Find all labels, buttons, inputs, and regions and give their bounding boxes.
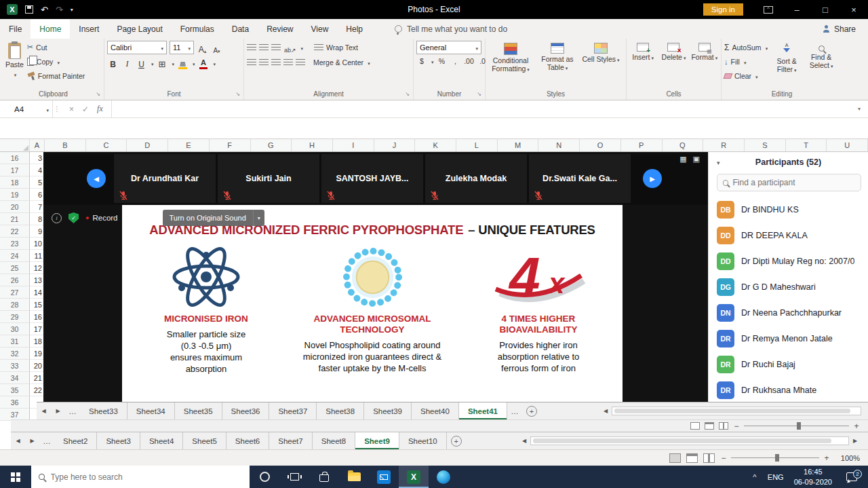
sheet-tab[interactable]: Sheet8 [313,432,355,449]
tab-formulas[interactable]: Formulas [172,19,223,39]
row-header[interactable]: 27 [0,286,30,299]
page-break-view-icon[interactable] [719,422,728,430]
row-header[interactable]: 26 [0,274,30,286]
decrease-font-size-button[interactable] [211,41,222,54]
previous-participants-button[interactable]: ◀ [87,169,106,188]
column-header[interactable]: E [168,139,210,151]
fill-button[interactable]: Fill [724,55,768,68]
sheet-tab[interactable]: Sheet7 [269,432,312,449]
row-header[interactable]: 35 [0,384,30,396]
autosum-button[interactable]: ΣAutoSum [724,41,768,54]
task-view-button[interactable] [279,466,309,488]
align-right-button[interactable] [271,59,281,66]
tab-home[interactable]: Home [31,19,70,39]
row-header[interactable]: 34 [0,372,30,384]
row-header[interactable]: 24 [0,250,30,262]
grid-cell[interactable]: 8 [30,213,45,225]
page-layout-view-icon[interactable] [705,422,714,430]
tell-me-box[interactable]: Tell me what you want to do [395,19,507,39]
tab-page-layout[interactable]: Page Layout [108,19,171,39]
row-header[interactable]: 21 [0,213,30,225]
column-header[interactable]: G [251,139,292,151]
insert-function-button[interactable]: fx [97,104,103,114]
align-left-button[interactable] [247,59,256,66]
scroll-left-icon[interactable]: ◀ [518,438,530,444]
formula-bar-handle[interactable] [53,100,61,117]
zoom-in-button[interactable]: + [853,421,860,431]
column-header[interactable]: O [580,139,621,151]
paste-button[interactable]: Paste [5,41,24,88]
excel-logo-icon[interactable]: X [7,4,18,15]
sheet-tab[interactable]: Sheet6 [226,432,269,449]
wrap-text-button[interactable]: Wrap Text [326,41,358,54]
sign-in-button[interactable]: Sign in [703,3,743,16]
italic-button[interactable] [121,56,133,69]
grid-cell[interactable]: 22 [30,384,45,396]
cell-styles-button[interactable]: Cell Styles [582,41,620,88]
grid-cell[interactable]: 14 [30,286,45,299]
tab-file[interactable]: File [0,19,31,39]
cortana-button[interactable] [250,466,279,488]
column-header[interactable]: U [827,139,868,151]
sheet-tab-active[interactable]: Sheet9 [355,432,399,449]
column-header[interactable]: R [703,139,745,151]
zoom-level[interactable]: 100% [835,454,860,462]
tab-data[interactable]: Data [223,19,258,39]
grid-cell[interactable]: 18 [30,335,45,348]
security-shield-icon[interactable]: ✓ [68,212,79,223]
font-size-select[interactable]: 11 [170,41,194,54]
decrease-indent-button[interactable] [283,59,293,66]
column-header[interactable]: D [127,139,168,151]
redo-button[interactable]: ↷ [56,5,63,14]
grid-cell[interactable]: 19 [30,348,45,360]
font-color-button[interactable]: A [199,59,208,69]
grid-cell[interactable]: 20 [30,360,45,372]
row-header[interactable]: 28 [0,299,30,311]
sheet-tab-active[interactable]: Sheet41 [459,402,507,419]
format-cells-button[interactable]: Format [691,41,718,88]
grid-cell[interactable]: 11 [30,250,45,262]
grid-cell[interactable]: 9 [30,225,45,238]
row-header[interactable]: 29 [0,311,30,323]
file-explorer-button[interactable] [339,466,369,488]
normal-view-icon[interactable] [690,422,700,430]
sheet-tab[interactable]: Sheet38 [317,402,364,419]
formula-input[interactable] [111,100,850,117]
zoom-in-button[interactable]: + [823,453,830,463]
conditional-formatting-button[interactable]: Conditional Formatting [488,41,533,88]
customize-qat-icon[interactable]: ▾ [71,7,73,13]
participant-row[interactable]: DRDr Rukhsana Mhate [709,377,868,402]
zoom-out-button[interactable]: − [720,453,727,463]
sheet-tab[interactable]: Sheet34 [127,402,175,419]
edge-button[interactable] [429,466,458,488]
bold-button[interactable] [107,56,119,69]
sort-filter-button[interactable]: Sort & Filter [771,41,802,88]
column-header[interactable]: H [292,139,333,151]
grid-cell[interactable]: 10 [30,238,45,250]
chevron-down-icon[interactable] [253,210,264,226]
participant-row[interactable]: DBDr BINDHU KS [709,197,868,223]
row-header[interactable]: 23 [0,238,30,250]
grid-cell[interactable]: 4 [30,164,45,176]
participant-row[interactable]: DGDr G D Maheshwari [709,274,868,300]
row-header[interactable]: 18 [0,176,30,189]
column-header[interactable]: J [374,139,416,151]
zoom-slider[interactable] [744,426,849,426]
increase-indent-button[interactable] [296,59,305,66]
sheet-tab[interactable]: Sheet37 [269,402,317,419]
select-all-corner[interactable] [0,139,30,151]
sheet-tab[interactable]: Sheet40 [412,402,459,419]
dialog-launcher-icon[interactable] [405,90,410,97]
zoom-slider[interactable] [731,457,819,458]
save-icon[interactable] [25,5,33,14]
column-header[interactable]: I [333,139,374,151]
comma-style-button[interactable] [450,57,461,65]
scroll-sheets-left-button[interactable]: ◀ [11,432,25,449]
sheet-overflow-icon[interactable]: … [65,402,80,419]
grid-cell[interactable]: 12 [30,262,45,274]
number-format-select[interactable]: General [416,41,481,54]
dialog-launcher-icon[interactable] [235,90,240,97]
action-center-button[interactable]: 2 [838,472,865,481]
grid-cell[interactable]: 16 [30,311,45,323]
participant-search-input[interactable] [732,178,855,187]
